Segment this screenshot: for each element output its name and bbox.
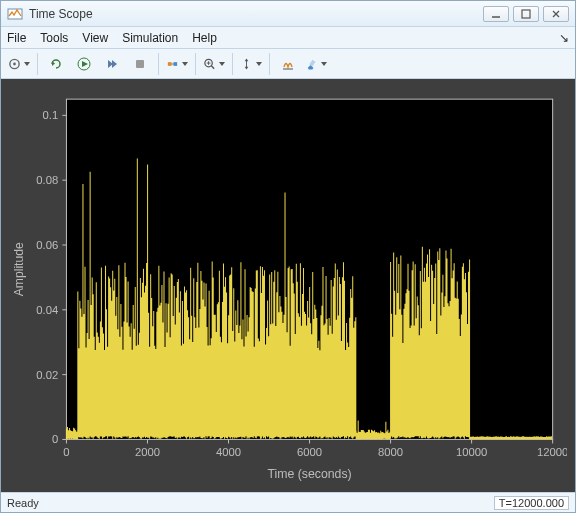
minimize-button[interactable] bbox=[483, 6, 509, 22]
signal-button[interactable] bbox=[165, 52, 189, 76]
window-title: Time Scope bbox=[29, 7, 483, 21]
svg-text:0.02: 0.02 bbox=[36, 369, 58, 381]
svg-marker-11 bbox=[112, 60, 117, 68]
svg-text:2000: 2000 bbox=[135, 446, 160, 458]
run-button[interactable] bbox=[72, 52, 96, 76]
app-icon bbox=[7, 6, 23, 22]
svg-point-6 bbox=[13, 62, 16, 65]
svg-line-17 bbox=[211, 65, 214, 68]
svg-marker-22 bbox=[245, 66, 249, 69]
step-button[interactable] bbox=[100, 52, 124, 76]
maximize-button[interactable] bbox=[513, 6, 539, 22]
svg-rect-14 bbox=[173, 62, 177, 66]
svg-text:0: 0 bbox=[63, 446, 69, 458]
statusbar: Ready T=12000.000 bbox=[1, 492, 575, 512]
status-time: T=12000.000 bbox=[494, 496, 569, 510]
toolbar bbox=[1, 49, 575, 79]
svg-text:0.08: 0.08 bbox=[36, 174, 58, 186]
application-window: Time Scope File Tools View Simulation He… bbox=[0, 0, 576, 513]
separator bbox=[195, 53, 196, 75]
menu-file[interactable]: File bbox=[7, 31, 26, 45]
plot-area: 00.020.040.060.080.102000400060008000100… bbox=[1, 79, 575, 492]
plot-canvas[interactable]: 00.020.040.060.080.102000400060008000100… bbox=[9, 87, 567, 484]
svg-marker-21 bbox=[245, 58, 249, 61]
menu-help[interactable]: Help bbox=[192, 31, 217, 45]
separator bbox=[232, 53, 233, 75]
status-left: Ready bbox=[7, 497, 39, 509]
separator bbox=[158, 53, 159, 75]
svg-rect-13 bbox=[168, 62, 172, 66]
menubar: File Tools View Simulation Help ↘ bbox=[1, 27, 575, 49]
separator bbox=[269, 53, 270, 75]
svg-marker-7 bbox=[52, 61, 55, 66]
svg-text:0: 0 bbox=[52, 434, 58, 446]
separator bbox=[37, 53, 38, 75]
menu-tools[interactable]: Tools bbox=[40, 31, 68, 45]
svg-text:6000: 6000 bbox=[297, 446, 322, 458]
menu-simulation[interactable]: Simulation bbox=[122, 31, 178, 45]
svg-text:0.06: 0.06 bbox=[36, 239, 58, 251]
svg-text:12000: 12000 bbox=[537, 446, 567, 458]
menu-view[interactable]: View bbox=[82, 31, 108, 45]
svg-text:0.1: 0.1 bbox=[43, 109, 59, 121]
svg-rect-12 bbox=[136, 60, 144, 68]
svg-text:0.04: 0.04 bbox=[36, 304, 58, 316]
svg-text:Time (seconds): Time (seconds) bbox=[267, 467, 351, 481]
svg-text:Amplitude: Amplitude bbox=[12, 242, 26, 296]
window-controls bbox=[483, 6, 569, 22]
svg-text:8000: 8000 bbox=[378, 446, 403, 458]
svg-text:4000: 4000 bbox=[216, 446, 241, 458]
pan-button[interactable] bbox=[239, 52, 263, 76]
close-button[interactable] bbox=[543, 6, 569, 22]
stop-button[interactable] bbox=[128, 52, 152, 76]
svg-text:10000: 10000 bbox=[456, 446, 487, 458]
pin-icon[interactable]: ↘ bbox=[559, 31, 569, 45]
settings-button[interactable] bbox=[7, 52, 31, 76]
zoom-button[interactable] bbox=[202, 52, 226, 76]
titlebar: Time Scope bbox=[1, 1, 575, 27]
reset-button[interactable] bbox=[44, 52, 68, 76]
svg-marker-9 bbox=[82, 61, 88, 67]
highlight-button[interactable] bbox=[304, 52, 328, 76]
scale-button[interactable] bbox=[276, 52, 300, 76]
svg-rect-2 bbox=[522, 10, 530, 18]
